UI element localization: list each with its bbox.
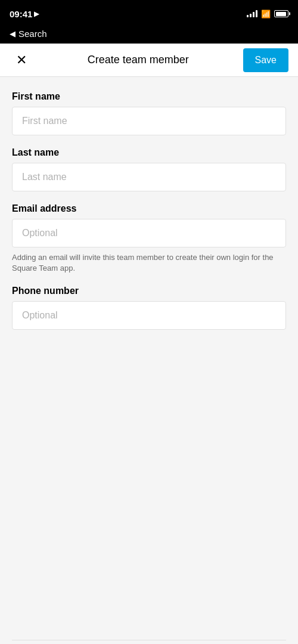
first-name-section: First name xyxy=(12,91,286,135)
time-display: 09:41 xyxy=(10,9,32,19)
email-section: Email address Adding an email will invit… xyxy=(12,203,286,274)
wifi-icon: 📶 xyxy=(261,10,271,18)
back-bar[interactable]: ◀ Search xyxy=(0,26,298,44)
phone-input[interactable] xyxy=(12,301,286,330)
status-time: 09:41 ▶ xyxy=(10,9,39,19)
email-label: Email address xyxy=(12,203,286,214)
back-arrow-icon: ◀ xyxy=(10,29,15,38)
first-name-label: First name xyxy=(12,91,286,102)
status-icons: 📶 xyxy=(247,10,288,18)
back-label[interactable]: Search xyxy=(18,29,47,39)
last-name-label: Last name xyxy=(12,147,286,158)
status-bar: 09:41 ▶ 📶 xyxy=(0,0,298,26)
location-arrow-icon: ▶ xyxy=(34,10,39,18)
signal-icon xyxy=(247,10,257,17)
phone-section: Phone number xyxy=(12,286,286,330)
rows-section: Primary job title Add job title › Hourly… xyxy=(0,640,298,644)
last-name-input[interactable] xyxy=(12,163,286,191)
form-container: First name Last name Email address Addin… xyxy=(0,77,298,640)
nav-bar: ✕ Create team member Save xyxy=(0,44,298,77)
battery-icon xyxy=(274,10,288,17)
page-title: Create team member xyxy=(88,54,189,66)
phone-label: Phone number xyxy=(12,286,286,296)
last-name-section: Last name xyxy=(12,147,286,191)
job-title-row[interactable]: Primary job title Add job title › xyxy=(12,640,286,644)
email-hint: Adding an email will invite this team me… xyxy=(12,252,286,274)
save-button[interactable]: Save xyxy=(243,48,288,72)
close-button[interactable]: ✕ xyxy=(10,48,33,72)
email-input[interactable] xyxy=(12,219,286,247)
first-name-input[interactable] xyxy=(12,107,286,135)
close-icon: ✕ xyxy=(16,54,27,67)
